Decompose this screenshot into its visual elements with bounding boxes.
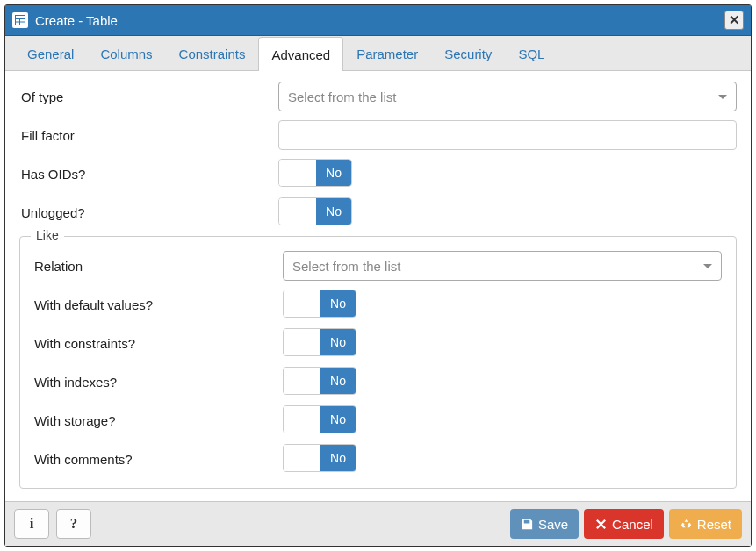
cancel-button[interactable]: Cancel [584,509,664,539]
titlebar: Create - Table ✕ [5,5,751,36]
of-type-label: Of type [19,89,278,104]
with-storage-toggle[interactable]: No [283,405,356,433]
close-icon [594,518,608,531]
tab-constraints[interactable]: Constraints [166,36,259,70]
save-button[interactable]: Save [510,509,579,539]
has-oids-toggle[interactable]: No [278,159,352,187]
tab-parameter[interactable]: Parameter [343,36,431,70]
svg-rect-1 [16,16,25,18]
has-oids-label: Has OIDs? [19,167,278,182]
fill-factor-input[interactable] [278,120,737,150]
with-storage-label: With storage? [34,413,283,428]
with-comments-toggle[interactable]: No [283,444,356,472]
help-button[interactable]: ? [56,509,91,539]
dialog-footer: i ? Save Cancel Reset [5,501,751,546]
with-constraints-toggle[interactable]: No [283,328,356,356]
unlogged-value: No [316,198,351,225]
of-type-select[interactable]: Select from the list [278,82,737,111]
svg-rect-3 [20,19,25,22]
svg-rect-2 [16,19,19,22]
svg-rect-4 [16,23,19,25]
with-indexes-value: No [320,368,356,394]
with-defaults-label: With default values? [34,297,283,312]
form-body: Of type Select from the list Fill factor… [5,71,751,501]
fill-factor-label: Fill factor [19,128,278,143]
like-legend: Like [31,228,64,242]
tab-advanced[interactable]: Advanced [258,37,343,71]
with-comments-value: No [320,445,356,471]
with-storage-value: No [320,406,356,433]
with-defaults-toggle[interactable]: No [283,290,356,318]
relation-label: Relation [34,259,283,274]
like-fieldset: Like Relation Select from the list With … [19,236,737,489]
save-label: Save [538,517,568,532]
tab-bar: General Columns Constraints Advanced Par… [5,36,751,71]
has-oids-value: No [316,160,351,186]
cancel-label: Cancel [612,517,653,532]
with-constraints-label: With constraints? [34,336,283,351]
table-icon [12,12,28,28]
with-defaults-value: No [320,290,356,317]
save-icon [521,518,534,531]
reset-label: Reset [697,517,731,532]
relation-placeholder: Select from the list [292,259,400,274]
tab-columns[interactable]: Columns [87,36,165,70]
create-table-dialog: Create - Table ✕ General Columns Constra… [4,4,752,547]
svg-rect-5 [20,23,25,25]
with-constraints-value: No [320,329,356,355]
dialog-title: Create - Table [35,13,724,28]
tab-sql[interactable]: SQL [505,36,558,70]
unlogged-label: Unlogged? [19,205,278,220]
chevron-down-icon [703,264,712,268]
unlogged-toggle[interactable]: No [278,197,352,225]
with-indexes-toggle[interactable]: No [283,367,356,395]
info-button[interactable]: i [14,509,49,539]
tab-security[interactable]: Security [431,36,505,70]
close-button[interactable]: ✕ [724,11,744,30]
relation-select[interactable]: Select from the list [283,251,722,281]
of-type-placeholder: Select from the list [288,89,396,104]
reset-button[interactable]: Reset [669,509,742,539]
recycle-icon [680,518,693,531]
chevron-down-icon [718,95,727,99]
with-comments-label: With comments? [34,452,283,467]
with-indexes-label: With indexes? [34,375,283,390]
tab-general[interactable]: General [14,36,87,70]
